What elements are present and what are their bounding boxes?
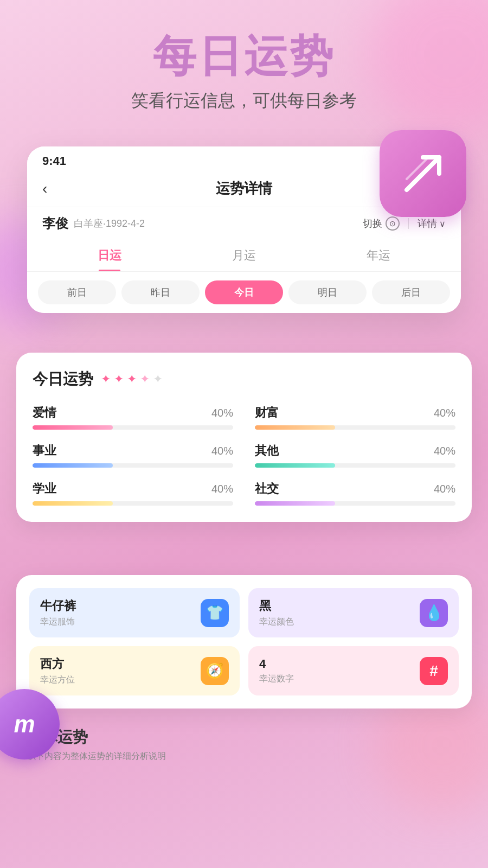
star-2: ✦ — [114, 372, 124, 386]
divider — [408, 218, 409, 229]
day-btn-next2[interactable]: 后日 — [372, 280, 450, 304]
social-pct: 40% — [434, 483, 455, 495]
lucky-grid: 牛仔裤 幸运服饰 👕 黑 幸运颜色 💧 西方 幸运方位 🧭 4 幸运数字 — [29, 588, 459, 695]
back-button[interactable]: ‹ — [42, 180, 64, 197]
day-btn-today[interactable]: 今日 — [205, 280, 283, 304]
day-btn-next1[interactable]: 明日 — [288, 280, 367, 304]
social-fill — [255, 501, 335, 506]
star-3: ✦ — [127, 372, 137, 386]
tab-daily[interactable]: 日运 — [42, 240, 177, 271]
fortune-header: 今日运势 ✦ ✦ ✦ ✦ ✦ — [33, 369, 455, 390]
detail-button[interactable]: 详情 ∨ — [418, 217, 446, 230]
fortune-grid: 爱情 40% 财富 40% 事业 40% — [33, 405, 455, 506]
bottom-title: 整体运势 — [27, 727, 461, 748]
virgo-symbol: m — [14, 711, 35, 738]
lucky-number-icon: # — [420, 657, 448, 685]
tab-bar: 日运 月运 年运 — [27, 240, 461, 272]
career-label: 事业 — [33, 443, 56, 459]
lucky-clothing-icon: 👕 — [201, 599, 229, 627]
career-progress — [33, 463, 233, 468]
tab-monthly[interactable]: 月运 — [177, 240, 311, 271]
lucky-card-direction: 西方 幸运方位 🧭 — [29, 646, 240, 695]
lucky-section: 牛仔裤 幸运服饰 👕 黑 幸运颜色 💧 西方 幸运方位 🧭 4 幸运数字 — [16, 575, 472, 709]
svg-line-1 — [407, 157, 428, 179]
career-fill — [33, 463, 113, 468]
switch-button[interactable]: 切换 ⊙ — [363, 216, 400, 231]
social-progress — [255, 501, 455, 506]
study-fill — [33, 501, 113, 506]
lucky-direction-desc: 幸运方位 — [40, 674, 75, 686]
day-btn-prev2[interactable]: 前日 — [38, 280, 116, 304]
fortune-stars: ✦ ✦ ✦ ✦ ✦ — [101, 372, 163, 386]
fortune-career: 事业 40% — [33, 443, 233, 468]
lucky-number-value: 4 — [259, 657, 294, 671]
lucky-clothing-value: 牛仔裤 — [40, 598, 76, 614]
tab-yearly[interactable]: 年运 — [311, 240, 446, 271]
star-1: ✦ — [101, 372, 111, 386]
fortune-other: 其他 40% — [255, 443, 455, 468]
study-progress — [33, 501, 233, 506]
wealth-fill — [255, 425, 335, 430]
sub-title: 笑看行运信息，可供每日参考 — [0, 89, 488, 113]
bottom-section: 整体运势 以下内容为整体运势的详细分析说明 — [0, 727, 488, 762]
fortune-wealth: 财富 40% — [255, 405, 455, 430]
other-fill — [255, 463, 335, 468]
header-section: 每日运势 笑看行运信息，可供每日参考 — [0, 0, 488, 129]
lucky-color-value: 黑 — [259, 598, 294, 614]
day-selector: 前日 昨日 今日 明日 后日 — [27, 272, 461, 313]
lucky-clothing-desc: 幸运服饰 — [40, 616, 76, 628]
chevron-down-icon: ∨ — [439, 219, 446, 229]
lucky-card-color: 黑 幸运颜色 💧 — [248, 588, 459, 637]
fortune-social: 社交 40% — [255, 481, 455, 506]
status-time: 9:41 — [42, 154, 66, 168]
other-progress — [255, 463, 455, 468]
social-label: 社交 — [255, 481, 279, 497]
profile-name: 李俊 — [42, 215, 68, 232]
day-btn-prev1[interactable]: 昨日 — [121, 280, 200, 304]
bottom-subtitle: 以下内容为整体运势的详细分析说明 — [27, 751, 461, 762]
love-progress — [33, 425, 233, 430]
study-label: 学业 — [33, 481, 56, 497]
lucky-card-clothing: 牛仔裤 幸运服饰 👕 — [29, 588, 240, 637]
switch-icon: ⊙ — [386, 216, 400, 231]
career-pct: 40% — [211, 445, 233, 457]
lucky-color-icon: 💧 — [420, 599, 448, 627]
fortune-love: 爱情 40% — [33, 405, 233, 430]
fortune-section: 今日运势 ✦ ✦ ✦ ✦ ✦ 爱情 40% 财富 40% — [16, 353, 472, 522]
other-label: 其他 — [255, 443, 279, 459]
study-pct: 40% — [211, 483, 233, 495]
fortune-study: 学业 40% — [33, 481, 233, 506]
wealth-label: 财富 — [255, 405, 279, 421]
star-5: ✦ — [153, 372, 163, 386]
wealth-progress — [255, 425, 455, 430]
profile-actions: 切换 ⊙ 详情 ∨ — [363, 216, 446, 231]
lucky-direction-value: 西方 — [40, 656, 75, 672]
profile-info: 白羊座·1992-4-2 — [74, 217, 145, 230]
fortune-title: 今日运势 — [33, 369, 93, 390]
other-pct: 40% — [434, 445, 455, 457]
love-pct: 40% — [211, 407, 233, 419]
nav-title: 运势详情 — [64, 179, 424, 198]
star-4: ✦ — [140, 372, 150, 386]
lucky-number-desc: 幸运数字 — [259, 673, 294, 685]
lucky-card-number: 4 幸运数字 # — [248, 646, 459, 695]
wealth-pct: 40% — [434, 407, 455, 419]
lucky-direction-icon: 🧭 — [201, 657, 229, 685]
main-title: 每日运势 — [0, 33, 488, 80]
love-fill — [33, 425, 113, 430]
lucky-color-desc: 幸运颜色 — [259, 616, 294, 628]
sagittarius-badge — [380, 130, 466, 217]
love-label: 爱情 — [33, 405, 56, 421]
